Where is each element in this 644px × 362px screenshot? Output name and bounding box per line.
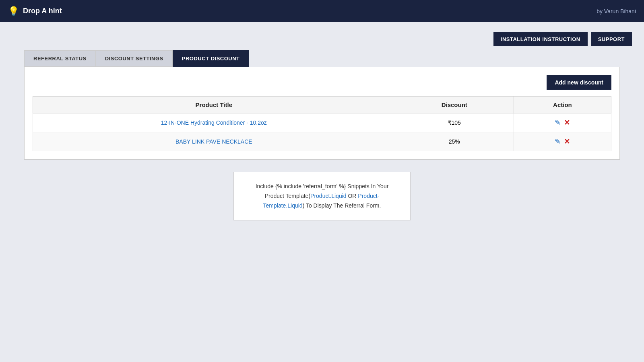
col-discount: Discount (395, 97, 514, 113)
logo-icon: 💡 (8, 6, 19, 16)
add-new-discount-button[interactable]: Add new discount (547, 75, 611, 90)
col-product-title: Product Title (33, 97, 395, 113)
cell-discount: ₹105 (395, 113, 514, 132)
app-brand: 💡 Drop A hint (8, 6, 62, 16)
nav-bar: INSTALLATION INSTRUCTION SUPPORT (0, 22, 644, 46)
table-header-row: Product Title Discount Action (33, 97, 611, 113)
tab-product-discount[interactable]: PRODUCT DISCOUNT (173, 50, 249, 67)
cell-action: ✎✕ (514, 132, 611, 151)
support-button[interactable]: SUPPORT (591, 32, 632, 46)
tabs-bar: REFERRAL STATUS DISCOUNT SETTINGS PRODUC… (0, 50, 644, 67)
info-text-after: ) To Display The Referral Form. (303, 202, 381, 209)
cell-discount: 25% (395, 132, 514, 151)
edit-icon[interactable]: ✎ (555, 137, 561, 146)
main-content: Add new discount Product Title Discount … (24, 67, 620, 160)
action-icons: ✎✕ (520, 137, 605, 146)
action-icons: ✎✕ (520, 118, 605, 127)
delete-icon[interactable]: ✕ (564, 137, 570, 146)
tab-discount-settings[interactable]: DISCOUNT SETTINGS (96, 50, 173, 67)
tab-referral-status[interactable]: REFERRAL STATUS (24, 50, 96, 67)
installation-instruction-button[interactable]: INSTALLATION INSTRUCTION (493, 32, 588, 46)
cell-product-title: 12-IN-ONE Hydrating Conditioner - 10.2oz (33, 113, 395, 132)
info-text-middle: OR (347, 193, 358, 199)
info-box: Include {% include 'referral_form' %} Sn… (233, 172, 411, 220)
table-row: 12-IN-ONE Hydrating Conditioner - 10.2oz… (33, 113, 611, 132)
add-discount-row: Add new discount (33, 75, 611, 90)
col-action: Action (514, 97, 611, 113)
top-bar: 💡 Drop A hint by Varun Bihani (0, 0, 644, 22)
product-title-link[interactable]: 12-IN-ONE Hydrating Conditioner - 10.2oz (161, 119, 267, 126)
product-liquid-link[interactable]: Product.Liquid (310, 193, 347, 199)
credit-text: by Varun Bihani (597, 8, 636, 14)
app-name: Drop A hint (23, 7, 62, 15)
cell-action: ✎✕ (514, 113, 611, 132)
cell-product-title: BABY LINK PAVE NECKLACE (33, 132, 395, 151)
product-title-link[interactable]: BABY LINK PAVE NECKLACE (175, 138, 252, 145)
edit-icon[interactable]: ✎ (555, 118, 561, 127)
delete-icon[interactable]: ✕ (564, 118, 570, 127)
discount-table: Product Title Discount Action 12-IN-ONE … (33, 96, 611, 151)
table-row: BABY LINK PAVE NECKLACE25%✎✕ (33, 132, 611, 151)
